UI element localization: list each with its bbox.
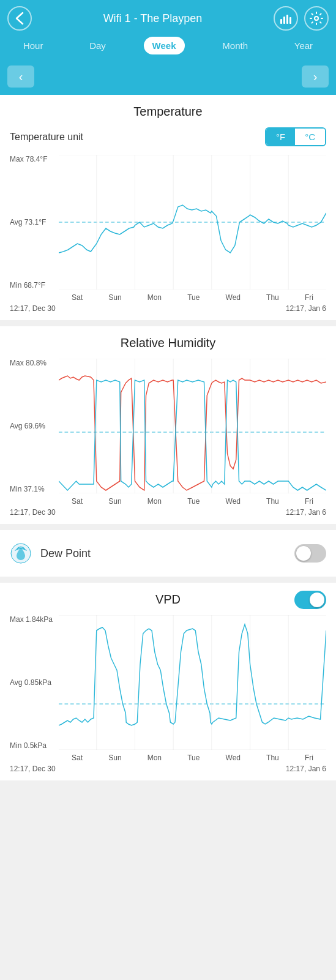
dew-point-label: Dew Point — [40, 547, 286, 560]
vpd-sat: Sat — [72, 754, 83, 762]
vpd-section: VPD Max 1.84kPa Avg 0.85kPa Min 0.5kPa — [0, 583, 336, 780]
next-button[interactable]: › — [302, 65, 329, 88]
vpd-fri: Fri — [305, 754, 313, 762]
hum-sat: Sat — [72, 497, 83, 506]
temp-day-labels: Sat Sun Mon Tue Wed Thu Fri — [10, 293, 326, 302]
humidity-day-labels: Sat Sun Mon Tue Wed Thu Fri — [10, 497, 326, 506]
humidity-max-label: Max 80.8% — [10, 359, 47, 367]
humidity-svg-wrap — [59, 359, 326, 493]
vpd-header: VPD — [10, 593, 326, 607]
dew-point-row: Dew Point — [0, 530, 336, 577]
temp-max-label: Max 78.4°F — [10, 155, 48, 163]
vpd-date-range: 12:17, Dec 30 12:17, Jan 6 — [10, 765, 326, 773]
vpd-title: VPD — [155, 593, 181, 607]
hum-fri: Fri — [305, 497, 313, 506]
temp-min-label: Min 68.7°F — [10, 281, 48, 290]
vpd-toggle-wrap — [294, 591, 326, 609]
hum-mon: Mon — [147, 497, 162, 506]
svg-rect-0 — [280, 19, 282, 24]
header: Wifi 1 - The Playpen — [0, 0, 336, 37]
vpd-chart: Max 1.84kPa Avg 0.85kPa Min 0.5kPa — [10, 615, 326, 750]
header-actions — [274, 6, 329, 31]
temp-y-labels: Max 78.4°F Avg 73.1°F Min 68.7°F — [10, 155, 48, 290]
humidity-min-label: Min 37.1% — [10, 485, 47, 493]
unit-toggle: °F °C — [265, 127, 326, 146]
temp-date-start: 12:17, Dec 30 — [10, 304, 56, 313]
humidity-date-end: 12:17, Jan 6 — [286, 508, 326, 517]
humidity-date-start: 12:17, Dec 30 — [10, 508, 56, 517]
vpd-toggle-knob — [310, 593, 324, 607]
vpd-mon: Mon — [147, 754, 162, 762]
day-thu: Thu — [266, 293, 279, 302]
day-tue: Tue — [187, 293, 200, 302]
tab-year[interactable]: Year — [286, 37, 321, 54]
unit-f-button[interactable]: °F — [266, 129, 295, 145]
humidity-chart: Max 80.8% Avg 69.6% Min 37.1% — [10, 359, 326, 493]
day-wed: Wed — [226, 293, 241, 302]
humidity-avg-label: Avg 69.6% — [10, 422, 47, 430]
humidity-title: Relative Humidity — [10, 336, 326, 350]
dew-point-icon — [10, 542, 32, 564]
svg-rect-3 — [289, 17, 291, 24]
svg-rect-2 — [286, 15, 288, 24]
vpd-toggle[interactable] — [294, 591, 326, 609]
humidity-y-labels: Max 80.8% Avg 69.6% Min 37.1% — [10, 359, 47, 493]
vpd-avg-label: Avg 0.85kPa — [10, 678, 53, 687]
hum-tue: Tue — [187, 497, 200, 506]
time-tabs: Hour Day Week Month Year — [0, 37, 336, 61]
page-title: Wifi 1 - The Playpen — [32, 12, 274, 25]
chart-button[interactable] — [274, 6, 298, 31]
nav-arrows: ‹ › — [0, 61, 336, 95]
vpd-day-labels: Sat Sun Mon Tue Wed Thu Fri — [10, 754, 326, 762]
hum-wed: Wed — [226, 497, 241, 506]
vpd-date-start: 12:17, Dec 30 — [10, 765, 56, 773]
temp-date-end: 12:17, Jan 6 — [286, 304, 326, 313]
vpd-svg-wrap — [59, 615, 326, 750]
vpd-tue: Tue — [187, 754, 200, 762]
hum-thu: Thu — [266, 497, 279, 506]
unit-label: Temperature unit — [10, 132, 83, 143]
back-button[interactable] — [7, 6, 32, 31]
temp-avg-label: Avg 73.1°F — [10, 218, 48, 226]
temp-svg-wrap — [59, 155, 326, 290]
temperature-section: Temperature Temperature unit °F °C Max 7… — [0, 95, 336, 320]
temperature-chart: Max 78.4°F Avg 73.1°F Min 68.7°F — [10, 155, 326, 290]
dew-toggle-knob — [296, 546, 311, 561]
prev-button[interactable]: ‹ — [7, 65, 34, 88]
tab-week[interactable]: Week — [144, 37, 185, 54]
tab-month[interactable]: Month — [214, 37, 256, 54]
tab-hour[interactable]: Hour — [15, 37, 52, 54]
humidity-section: Relative Humidity Max 80.8% Avg 69.6% Mi… — [0, 326, 336, 524]
unit-c-button[interactable]: °C — [295, 129, 325, 145]
vpd-sun: Sun — [108, 754, 121, 762]
day-sat: Sat — [72, 293, 83, 302]
day-mon: Mon — [147, 293, 162, 302]
settings-button[interactable] — [304, 6, 329, 31]
vpd-thu: Thu — [266, 754, 279, 762]
dew-point-toggle[interactable] — [294, 544, 326, 563]
svg-point-4 — [315, 17, 318, 20]
vpd-min-label: Min 0.5kPa — [10, 741, 53, 750]
vpd-y-labels: Max 1.84kPa Avg 0.85kPa Min 0.5kPa — [10, 615, 53, 750]
temperature-title: Temperature — [10, 105, 326, 119]
hum-sun: Sun — [108, 497, 121, 506]
vpd-date-end: 12:17, Jan 6 — [286, 765, 326, 773]
tab-day[interactable]: Day — [81, 37, 114, 54]
day-fri: Fri — [305, 293, 313, 302]
svg-rect-1 — [283, 17, 285, 24]
vpd-wed: Wed — [226, 754, 241, 762]
humidity-date-range: 12:17, Dec 30 12:17, Jan 6 — [10, 508, 326, 517]
temp-date-range: 12:17, Dec 30 12:17, Jan 6 — [10, 304, 326, 313]
unit-row: Temperature unit °F °C — [10, 127, 326, 146]
day-sun: Sun — [108, 293, 121, 302]
vpd-max-label: Max 1.84kPa — [10, 615, 53, 624]
